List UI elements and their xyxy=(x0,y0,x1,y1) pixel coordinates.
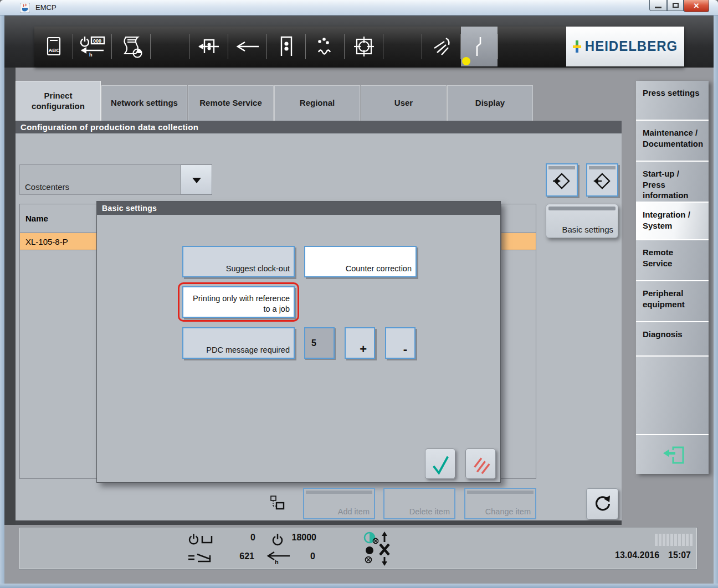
window-border-left xyxy=(0,16,4,584)
suggest-clock-out-button[interactable]: Suggest clock-out xyxy=(182,246,295,277)
add-item-button[interactable]: Add item xyxy=(303,488,375,519)
job-list-icon[interactable]: ABC xyxy=(34,27,73,66)
clock-out-counter-icon[interactable]: 000 h xyxy=(73,27,111,66)
exit-icon xyxy=(660,443,685,466)
close-button[interactable]: ✕ xyxy=(684,0,709,12)
main-toolbar: ABC 000 h xyxy=(34,27,684,66)
register-icon[interactable] xyxy=(345,27,383,66)
tab-display[interactable]: Display xyxy=(447,85,533,121)
confirm-check-icon xyxy=(429,452,452,476)
sidebar-filler xyxy=(636,357,709,435)
minimize-button[interactable] xyxy=(649,0,667,11)
sidebar-item-peripheral-equipment[interactable]: Peripheral equipment xyxy=(636,281,709,322)
tab-prinect-configuration[interactable]: Prinect configuration xyxy=(16,81,101,121)
toolbar-spacer-3 xyxy=(498,27,566,66)
cancel-slashes-icon xyxy=(469,452,493,476)
increment-button[interactable]: + xyxy=(345,327,375,359)
tab-user[interactable]: User xyxy=(361,85,447,121)
import-icon xyxy=(547,169,577,193)
exit-button[interactable] xyxy=(636,435,709,474)
sidebar-item-startup-press-information[interactable]: Start-up / Press information xyxy=(636,162,709,203)
sidebar-menu: Press settings Maintenance / Documentati… xyxy=(636,81,709,474)
maximize-button[interactable] xyxy=(667,0,684,11)
counter-correction-button[interactable]: Counter correction xyxy=(304,246,417,277)
tab-remote-service[interactable]: Remote Service xyxy=(188,85,274,121)
export-icon xyxy=(587,169,617,193)
basic-settings-dialog: Basic settings Suggest clock-out Counter… xyxy=(96,201,501,483)
tab-bar: Prinect configuration Network settings R… xyxy=(16,81,534,121)
dialog-title: Basic settings xyxy=(97,202,500,215)
minus-label: - xyxy=(400,343,411,355)
sidebar-item-integration-system[interactable]: Integration / System xyxy=(636,203,709,240)
titlebar: EMCP xyxy=(0,0,718,16)
cancel-button[interactable] xyxy=(465,448,496,479)
import-button[interactable] xyxy=(546,163,578,197)
window-border-right xyxy=(714,16,718,584)
arrow-left-icon[interactable] xyxy=(228,27,266,66)
heidelberg-logo-text: HEIDELBERG xyxy=(585,38,678,54)
level-gauge xyxy=(655,534,693,546)
svg-text:000: 000 xyxy=(93,38,101,44)
sidebar-item-remote-service[interactable]: Remote Service xyxy=(636,240,709,281)
svg-text:ABC: ABC xyxy=(48,47,60,53)
ramp-icon xyxy=(187,551,212,565)
svg-text:h: h xyxy=(89,52,93,58)
window-controls: ✕ xyxy=(649,0,709,12)
toolbar-spacer-2 xyxy=(383,27,422,66)
sheet-infeed-icon[interactable] xyxy=(189,27,228,66)
datetime: 13.04.201615:07 xyxy=(525,550,691,560)
ok-button[interactable] xyxy=(425,448,455,479)
heidelberg-logo: HEIDELBERG xyxy=(566,27,684,66)
plus-label: + xyxy=(356,343,370,355)
tab-regional[interactable]: Regional xyxy=(274,85,360,121)
reload-icon xyxy=(592,494,612,514)
window-title: EMCP xyxy=(35,3,57,12)
dropdown-arrow-icon[interactable] xyxy=(181,164,212,195)
electrics-icon[interactable] xyxy=(461,27,498,66)
time-value: 15:07 xyxy=(668,550,691,560)
panel-bottom-strip xyxy=(16,520,622,525)
basic-settings-button[interactable]: Basic settings xyxy=(546,204,618,238)
counter-net-value: 0 xyxy=(211,533,255,543)
heidelberg-mark-icon xyxy=(573,40,581,53)
network-tree-icon xyxy=(269,494,286,511)
delete-item-button[interactable]: Delete item xyxy=(383,488,455,519)
pdc-value-field[interactable]: 5 xyxy=(304,327,335,359)
sidebar-item-diagnosis[interactable]: Diagnosis xyxy=(636,322,709,357)
export-button[interactable] xyxy=(586,163,618,197)
speed-preset-value: 18000 xyxy=(272,533,316,543)
ink-status-cluster-icon xyxy=(362,530,393,567)
printing-only-with-reference-button[interactable]: Printing only with reference to a job xyxy=(182,286,295,318)
costcenters-value: Costcenters xyxy=(19,164,181,195)
change-item-button[interactable]: Change item xyxy=(464,488,536,519)
java-icon xyxy=(20,3,30,13)
wash-up-icon[interactable] xyxy=(422,27,460,66)
left-shadow-strip xyxy=(4,68,16,525)
cell-extra xyxy=(501,233,536,250)
add-item-label: Add item xyxy=(338,507,370,516)
status-bar: 0 18000 621 h 0 xyxy=(19,528,697,569)
dampening-icon[interactable] xyxy=(306,27,344,66)
printing-unit-icon[interactable] xyxy=(267,27,305,66)
counter-tray-icon xyxy=(188,533,214,546)
column-extra xyxy=(501,204,536,233)
delete-item-label: Delete item xyxy=(409,507,450,516)
pdc-message-required-button[interactable]: PDC message required xyxy=(182,327,295,359)
decrement-button[interactable]: - xyxy=(385,327,416,359)
basic-settings-label: Basic settings xyxy=(562,225,613,234)
date-value: 13.04.2016 xyxy=(615,550,659,560)
sidebar-item-press-settings[interactable]: Press settings xyxy=(636,81,709,121)
toolbar-spacer-1 xyxy=(151,27,189,66)
production-report-icon[interactable] xyxy=(112,27,150,66)
toolbar-icon-strip: ABC 000 h xyxy=(34,27,566,66)
emcp-window: EMCP ✕ ABC 000 xyxy=(0,0,718,588)
costcenters-combobox[interactable]: Costcenters xyxy=(19,164,212,195)
section-header: Configuration of production data collect… xyxy=(16,121,622,133)
tab-network-settings[interactable]: Network settings xyxy=(101,85,187,121)
status-dot-yellow xyxy=(462,57,470,65)
reload-button[interactable] xyxy=(586,488,618,519)
clock-out-hours-value: 0 xyxy=(271,551,315,561)
change-item-label: Change item xyxy=(485,507,531,516)
window-border-bottom xyxy=(0,584,718,588)
sidebar-item-maintenance-documentation[interactable]: Maintenance / Documentation xyxy=(636,121,709,162)
